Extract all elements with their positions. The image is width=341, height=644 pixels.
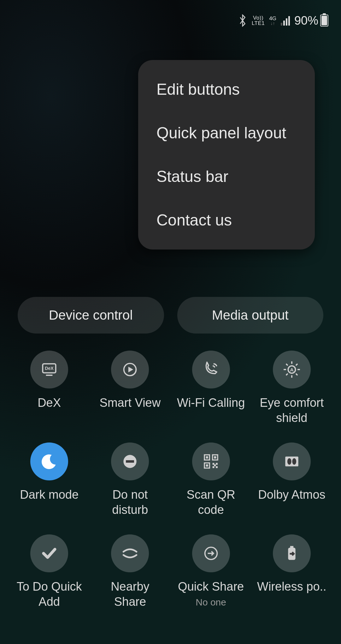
smart-view-icon [120, 360, 140, 379]
network-4g-indicator: 4G ↓↑ [269, 16, 276, 26]
nearby-share-icon [120, 544, 140, 563]
svg-point-29 [287, 458, 291, 465]
tile-label: Nearby Share [94, 579, 166, 609]
svg-rect-27 [214, 464, 216, 466]
tile-label: Quick Share [178, 579, 244, 594]
tile-dolby-atmos[interactable]: Dolby Atmos [251, 442, 332, 517]
quick-share-icon [201, 544, 221, 563]
menu-item-contact-us[interactable]: Contact us [138, 198, 315, 242]
svg-marker-4 [128, 367, 133, 372]
svg-rect-25 [212, 466, 214, 468]
tile-label: Wi-Fi Calling [177, 395, 245, 411]
tile-label: Dark mode [20, 487, 79, 503]
svg-rect-34 [290, 546, 293, 548]
tile-sublabel: No one [196, 597, 226, 608]
device-control-label: Device control [49, 308, 133, 323]
menu-item-edit-buttons[interactable]: Edit buttons [138, 68, 315, 111]
tile-wifi-calling[interactable]: Wi-Fi Calling [171, 351, 251, 425]
svg-rect-18 [206, 456, 208, 459]
svg-line-11 [286, 364, 288, 365]
tile-wireless-power[interactable]: Wireless po.. [251, 534, 332, 609]
tile-scan-qr[interactable]: Scan QR code [171, 442, 251, 517]
battery-icon [320, 15, 328, 27]
media-output-button[interactable]: Media output [177, 297, 324, 334]
tile-label: DeX [38, 395, 61, 411]
menu-item-status-bar[interactable]: Status bar [138, 155, 315, 198]
tile-todo-quick-add[interactable]: To Do Quick Add [9, 534, 90, 609]
tile-dnd[interactable]: Do not disturb [90, 442, 170, 517]
volte-indicator: Vo)) LTE1 [252, 15, 265, 26]
svg-line-13 [286, 374, 288, 375]
device-control-button[interactable]: Device control [18, 297, 164, 334]
control-chips-row: Device control Media output [18, 297, 323, 334]
svg-rect-20 [214, 456, 216, 459]
dark-mode-icon [39, 452, 59, 471]
status-bar: Vo)) LTE1 4G ↓↑ 90% [0, 0, 341, 41]
battery-percent-label: 90% [294, 14, 318, 27]
tile-label: Scan QR code [175, 487, 247, 517]
menu-item-quick-panel-layout[interactable]: Quick panel layout [138, 111, 315, 155]
tile-quick-share[interactable]: Quick Share No one [171, 534, 251, 609]
svg-text:A: A [290, 367, 293, 372]
tile-nearby-share[interactable]: Nearby Share [90, 534, 170, 609]
svg-rect-22 [206, 464, 208, 466]
dolby-icon [282, 452, 302, 471]
overflow-menu: Edit buttons Quick panel layout Status b… [138, 60, 315, 250]
tile-eye-comfort[interactable]: A Eye comfort shield [251, 351, 332, 425]
wireless-power-icon [282, 544, 302, 563]
svg-rect-26 [216, 466, 218, 468]
qr-code-icon [202, 453, 220, 470]
tile-dex[interactable]: DeX DeX [9, 351, 90, 425]
battery-indicator: 90% [294, 14, 328, 27]
tile-label: Do not disturb [94, 487, 166, 517]
svg-text:DeX: DeX [45, 366, 54, 371]
tile-label: Eye comfort shield [256, 395, 328, 425]
eye-comfort-icon: A [282, 360, 302, 379]
media-output-label: Media output [212, 308, 289, 323]
signal-strength-icon [281, 15, 290, 26]
tile-smart-view[interactable]: Smart View [90, 351, 170, 425]
tile-label: Wireless po.. [257, 579, 326, 594]
svg-rect-16 [126, 460, 134, 463]
bluetooth-icon [238, 14, 247, 27]
dex-icon: DeX [39, 360, 59, 379]
svg-rect-28 [285, 457, 298, 466]
checkmark-icon [39, 544, 59, 563]
tile-dark-mode[interactable]: Dark mode [9, 442, 90, 517]
tile-label: To Do Quick Add [13, 579, 85, 609]
svg-rect-24 [216, 463, 218, 465]
wifi-calling-icon [201, 360, 221, 379]
svg-point-30 [292, 458, 296, 465]
dnd-icon [120, 452, 140, 471]
svg-line-14 [296, 364, 297, 365]
svg-line-12 [296, 374, 297, 375]
quick-tiles-grid: DeX DeX Smart View Wi-Fi Calling A Eye c… [9, 351, 332, 609]
tile-label: Dolby Atmos [258, 487, 325, 503]
tile-label: Smart View [100, 395, 161, 411]
